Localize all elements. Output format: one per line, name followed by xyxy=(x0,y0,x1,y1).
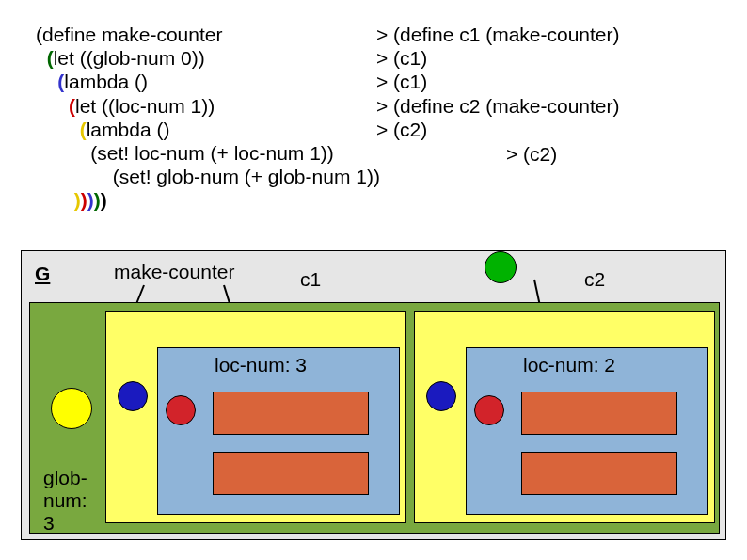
make-counter-binding: make-counter xyxy=(114,261,234,283)
code-line: (set! loc-num (+ loc-num 1)) xyxy=(36,141,380,165)
code-line: (lambda () xyxy=(36,118,380,141)
global-env-box: G make-counter c1 c2 glob-num: 3 loc-num… xyxy=(21,250,726,540)
code-line: (let ((glob-num 0)) xyxy=(36,46,380,70)
lambda-body-box xyxy=(521,392,677,435)
repl-line: > (define c2 (make-counter) xyxy=(376,94,620,118)
repl-transcript: > (define c1 (make-counter) > (c1) > (c1… xyxy=(376,23,620,141)
loc-num-binding-c1: loc-num: 3 xyxy=(215,354,307,376)
loc-num-binding-c2: loc-num: 2 xyxy=(523,354,615,376)
glob-num-binding: glob-num: 3 xyxy=(43,467,100,535)
inner-let-frame-c1: loc-num: 3 xyxy=(157,347,400,515)
closure-dot-red xyxy=(474,395,504,425)
global-env-label: G xyxy=(35,263,50,285)
inner-let-frame-c2: loc-num: 2 xyxy=(466,347,708,515)
repl-line: > (define c1 (make-counter) xyxy=(376,23,620,46)
code-line: (let ((loc-num 1)) xyxy=(36,94,380,118)
code-line: (lambda () xyxy=(36,70,380,93)
code-definition: (define make-counter (let ((glob-num 0))… xyxy=(36,23,380,213)
closure-dot-yellow xyxy=(51,388,92,429)
lambda-body-box xyxy=(213,392,369,435)
lambda-body-box xyxy=(213,452,369,495)
closure-dot-red xyxy=(166,395,196,425)
c1-binding: c1 xyxy=(300,268,321,291)
code-line: (set! glob-num (+ glob-num 1)) xyxy=(36,165,380,188)
repl-line: > (c2) xyxy=(506,142,557,166)
code-line: (define make-counter xyxy=(36,23,380,46)
repl-line: > (c2) xyxy=(376,118,620,141)
repl-line: > (c1) xyxy=(376,46,620,70)
closure-dot-blue xyxy=(118,381,148,411)
lambda-body-box xyxy=(521,452,677,495)
let-frame-green: glob-num: 3 loc-num: 3 loc-num: 2 xyxy=(29,302,720,534)
closure-dot-blue xyxy=(426,381,456,411)
repl-line: > (c1) xyxy=(376,70,620,93)
code-line: ))))) xyxy=(36,188,380,212)
closure-frame-c2: loc-num: 2 xyxy=(414,311,715,523)
closure-dot-green xyxy=(485,251,517,283)
closure-frame-c1: loc-num: 3 xyxy=(105,311,406,523)
c2-binding: c2 xyxy=(584,268,605,291)
